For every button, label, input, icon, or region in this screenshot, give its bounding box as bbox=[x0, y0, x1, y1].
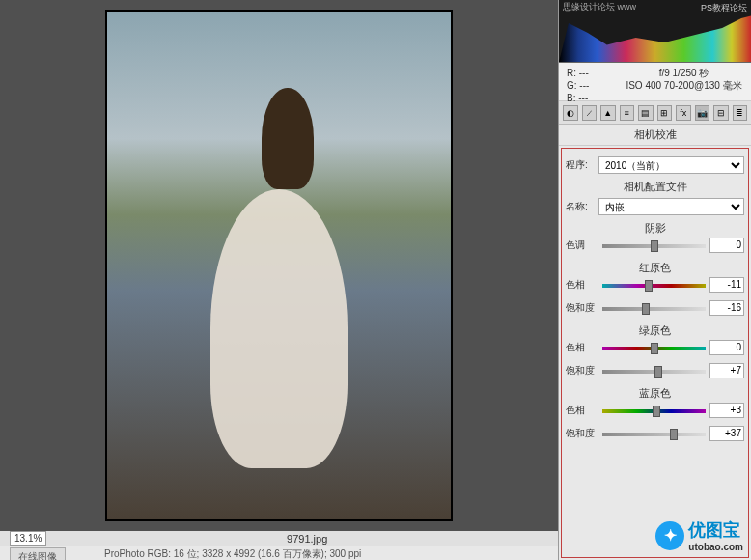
photo-preview[interactable] bbox=[105, 10, 453, 521]
process-select[interactable]: 2010（当前） bbox=[598, 156, 744, 174]
tab-split-icon[interactable]: ▤ bbox=[638, 105, 654, 121]
blue-sat-slider[interactable] bbox=[602, 433, 706, 436]
green-hue-label: 色相 bbox=[566, 341, 598, 354]
image-info: ProPhoto RGB: 16 位; 3328 x 4992 (16.6 百万… bbox=[104, 547, 361, 560]
exif-g: G: --- bbox=[567, 79, 625, 92]
green-hue-slider[interactable] bbox=[602, 347, 706, 350]
red-hue-label: 色相 bbox=[566, 278, 598, 292]
red-sat-value[interactable]: -16 bbox=[709, 300, 744, 316]
green-hue-value[interactable]: 0 bbox=[709, 340, 744, 355]
main-canvas-area: 13.1% 9791.jpg 在线图像 ProPhoto RGB: 16 位; … bbox=[0, 0, 558, 560]
process-label: 程序: bbox=[566, 158, 595, 172]
watermark-url: utobao.com bbox=[688, 542, 743, 552]
tab-hsl-icon[interactable]: ≡ bbox=[620, 105, 635, 121]
status-bar: 在线图像 ProPhoto RGB: 16 位; 3328 x 4992 (16… bbox=[0, 546, 558, 560]
shadow-header: 阴影 bbox=[566, 221, 744, 236]
profile-header: 相机配置文件 bbox=[566, 180, 744, 194]
watermark-text: 优图宝 bbox=[688, 518, 743, 542]
zoom-level[interactable]: 13.1% bbox=[10, 531, 46, 546]
blue-hue-label: 色相 bbox=[566, 404, 598, 417]
right-panel: 思缘设计论坛 www PS教程论坛 R: --- G: --- B: --- f… bbox=[558, 0, 751, 560]
panel-tabs: ◐ ⟋ ▲ ≡ ▤ ⊞ fx 📷 ⊟ ≣ bbox=[559, 101, 751, 125]
red-sat-label: 饱和度 bbox=[566, 301, 598, 315]
shadow-tint-value[interactable]: 0 bbox=[709, 238, 744, 253]
histogram-curve bbox=[559, 14, 751, 62]
exif-iso: ISO 400 70-200@130 毫米 bbox=[625, 79, 743, 92]
panel-title: 相机校准 bbox=[559, 125, 751, 146]
red-hue-slider[interactable] bbox=[602, 284, 706, 288]
name-label: 名称: bbox=[566, 200, 595, 213]
watermark-bird-icon: ✦ bbox=[655, 521, 684, 550]
red-sat-slider[interactable] bbox=[602, 307, 706, 311]
tab-online-image[interactable]: 在线图像 bbox=[10, 547, 66, 560]
exif-readout: R: --- G: --- B: --- f/9 1/250 秒 ISO 400… bbox=[559, 63, 751, 101]
watermark: ✦ 优图宝 utobao.com bbox=[655, 518, 743, 552]
blue-sat-value[interactable]: +37 bbox=[709, 426, 744, 441]
green-sat-label: 饱和度 bbox=[566, 364, 598, 378]
zoom-bar: 13.1% 9791.jpg bbox=[0, 531, 558, 546]
green-sat-value[interactable]: +7 bbox=[709, 363, 744, 378]
tab-basic-icon[interactable]: ◐ bbox=[563, 105, 578, 121]
filename-label: 9791.jpg bbox=[66, 533, 548, 545]
shadow-tint-slider[interactable] bbox=[602, 244, 706, 248]
name-select[interactable]: 内嵌 bbox=[598, 198, 744, 215]
canvas-viewport[interactable] bbox=[0, 0, 558, 531]
shadow-tint-label: 色调 bbox=[566, 238, 598, 252]
blue-hue-value[interactable]: +3 bbox=[709, 403, 744, 418]
exif-aperture: f/9 1/250 秒 bbox=[625, 67, 743, 79]
tab-lens-icon[interactable]: ⊞ bbox=[657, 105, 673, 121]
histogram-watermark-right: PS教程论坛 bbox=[701, 2, 747, 14]
green-header: 绿原色 bbox=[566, 323, 744, 338]
green-sat-slider[interactable] bbox=[602, 370, 706, 374]
red-hue-value[interactable]: -11 bbox=[709, 277, 744, 293]
blue-header: 蓝原色 bbox=[566, 386, 744, 401]
tab-fx-icon[interactable]: fx bbox=[676, 105, 691, 121]
tab-detail-icon[interactable]: ▲ bbox=[600, 105, 616, 121]
blue-hue-slider[interactable] bbox=[602, 409, 706, 413]
calibration-panel: 程序: 2010（当前） 相机配置文件 名称: 内嵌 阴影 色调 0 红原色 色… bbox=[561, 148, 749, 558]
histogram[interactable]: 思缘设计论坛 www PS教程论坛 bbox=[559, 0, 751, 63]
tab-calibration-icon[interactable]: 📷 bbox=[695, 105, 710, 121]
histogram-watermark-left: 思缘设计论坛 www bbox=[563, 2, 636, 13]
exif-r: R: --- bbox=[567, 67, 625, 79]
blue-sat-label: 饱和度 bbox=[566, 427, 598, 440]
tab-curve-icon[interactable]: ⟋ bbox=[582, 105, 598, 121]
red-header: 红原色 bbox=[566, 261, 744, 275]
tab-preset-icon[interactable]: ⊟ bbox=[713, 105, 729, 121]
tab-snapshot-icon[interactable]: ≣ bbox=[733, 105, 748, 121]
